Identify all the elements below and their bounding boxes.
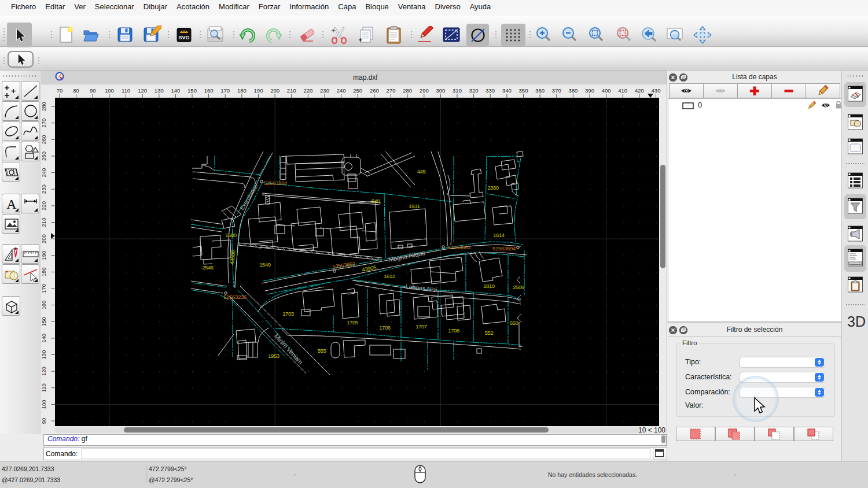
svg-text:command: command — [850, 263, 860, 265]
svg-text:240: 240 — [41, 168, 47, 178]
svg-text:300: 300 — [436, 87, 445, 94]
svg-text:190: 190 — [41, 251, 47, 260]
svg-text:420: 420 — [635, 87, 644, 94]
svg-text:548: 548 — [372, 198, 380, 204]
svg-text:150: 150 — [187, 87, 197, 94]
svg-text:250: 250 — [41, 151, 47, 161]
svg-text:A: A — [6, 197, 17, 212]
svg-text:2546: 2546 — [202, 264, 214, 271]
svg-text:52563693: 52563693 — [447, 244, 470, 250]
svg-text:240: 240 — [337, 87, 346, 94]
svg-text:52563284: 52563284 — [264, 180, 287, 186]
svg-text:100: 100 — [41, 400, 47, 409]
svg-text:445: 445 — [417, 168, 426, 175]
svg-text:100: 100 — [105, 87, 114, 94]
svg-text:1580: 1580 — [225, 232, 237, 238]
svg-text:555: 555 — [318, 347, 326, 354]
svg-text:1708: 1708 — [448, 327, 459, 334]
svg-text:170: 170 — [41, 284, 47, 293]
svg-text:220: 220 — [303, 87, 312, 94]
svg-text:260: 260 — [41, 135, 47, 144]
svg-text:150: 150 — [41, 317, 47, 326]
svg-text:1810: 1810 — [483, 283, 495, 289]
svg-text:90: 90 — [90, 87, 96, 94]
svg-text:200: 200 — [41, 234, 47, 243]
svg-text:120: 120 — [41, 367, 47, 376]
svg-text:SVG: SVG — [178, 35, 189, 40]
svg-text:52563694: 52563694 — [492, 245, 516, 252]
svg-text:52563236: 52563236 — [223, 294, 247, 300]
svg-text:70: 70 — [57, 87, 63, 94]
svg-text:370: 370 — [552, 87, 561, 94]
svg-text:1549: 1549 — [259, 261, 271, 268]
svg-text:120: 120 — [138, 87, 147, 94]
svg-text:280: 280 — [41, 102, 47, 111]
svg-text:230: 230 — [41, 184, 47, 194]
svg-text:180: 180 — [237, 87, 247, 94]
svg-text:2506: 2506 — [513, 284, 524, 290]
svg-text:210: 210 — [41, 218, 47, 227]
svg-text:1705: 1705 — [347, 319, 358, 326]
svg-text:270: 270 — [387, 87, 396, 94]
svg-text:160: 160 — [204, 87, 214, 94]
svg-text:2360: 2360 — [487, 184, 499, 191]
svg-text:310: 310 — [453, 87, 462, 94]
svg-text:80: 80 — [73, 87, 79, 94]
svg-text:270: 270 — [41, 119, 47, 128]
svg-text:320: 320 — [469, 87, 479, 94]
svg-text:190: 190 — [254, 87, 263, 94]
svg-text:390: 390 — [585, 87, 594, 94]
svg-text:1707: 1707 — [415, 323, 427, 330]
svg-text:220: 220 — [41, 201, 47, 210]
svg-text:210: 210 — [287, 87, 296, 94]
svg-text:1953: 1953 — [268, 353, 279, 359]
svg-text:550: 550 — [510, 320, 518, 326]
svg-text:110: 110 — [122, 87, 130, 94]
svg-text:340: 340 — [502, 87, 512, 94]
svg-text:230: 230 — [320, 87, 329, 94]
svg-text:250: 250 — [353, 87, 362, 94]
svg-text:170: 170 — [220, 87, 230, 94]
svg-text:1931: 1931 — [409, 203, 420, 209]
svg-text:140: 140 — [171, 87, 180, 94]
svg-text:410: 410 — [618, 87, 627, 94]
svg-text:400: 400 — [602, 87, 611, 94]
svg-text:140: 140 — [41, 334, 47, 343]
svg-text:200: 200 — [270, 87, 279, 94]
svg-text:1706: 1706 — [379, 324, 391, 331]
svg-text:430: 430 — [652, 87, 661, 94]
svg-text:110: 110 — [41, 383, 47, 392]
svg-text:330: 330 — [486, 87, 495, 94]
svg-text:1614: 1614 — [493, 232, 505, 238]
svg-text:280: 280 — [403, 87, 412, 94]
svg-text:290: 290 — [420, 87, 429, 94]
svg-text:552: 552 — [485, 330, 494, 336]
svg-text:90: 90 — [41, 418, 47, 424]
svg-text:160: 160 — [41, 301, 47, 310]
svg-text:1612: 1612 — [384, 273, 395, 279]
svg-text:360: 360 — [535, 87, 545, 94]
svg-text:350: 350 — [519, 87, 528, 94]
svg-text:130: 130 — [155, 87, 164, 94]
svg-text:180: 180 — [41, 267, 47, 276]
svg-text:1703: 1703 — [282, 310, 294, 317]
svg-text:130: 130 — [41, 350, 47, 360]
svg-text:380: 380 — [568, 87, 578, 94]
svg-text:260: 260 — [370, 87, 379, 94]
